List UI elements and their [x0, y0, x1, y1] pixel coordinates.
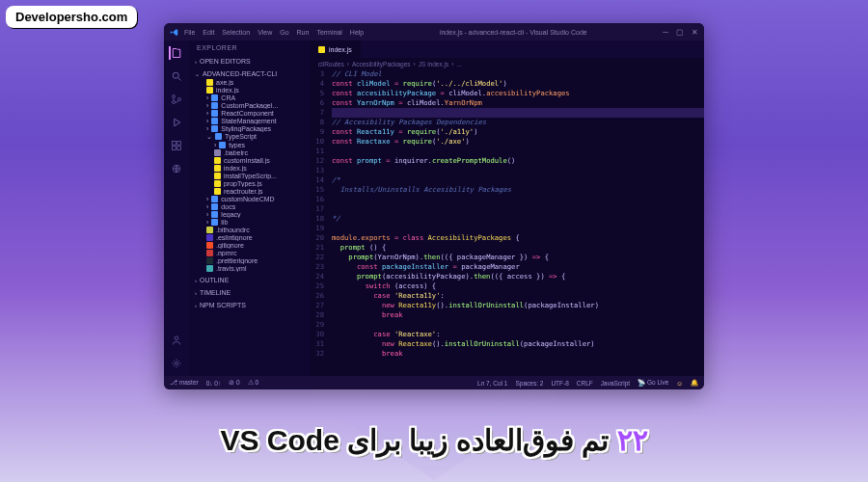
status-bar: ⎇ master 0↓ 0↑ ⊘ 0 ⚠ 0 Ln 7, Col 1 Space… [164, 376, 704, 389]
tree-item[interactable]: › customNodeCMD [197, 195, 307, 202]
tree-item[interactable]: › StylingPackages [197, 124, 307, 132]
notifications-icon[interactable]: 🔔 [691, 379, 698, 387]
tree-item[interactable]: index.js [197, 86, 307, 94]
editor-area: index.js cliRoutes›AccesibilityPackages›… [311, 40, 704, 376]
breadcrumb-segment[interactable]: JS index.js [419, 61, 448, 67]
menu-view[interactable]: View [258, 29, 272, 36]
extensions-icon[interactable] [170, 139, 183, 152]
tree-item[interactable]: index.js [197, 164, 307, 172]
go-live[interactable]: 📡 Go Live [637, 379, 668, 387]
git-sync[interactable]: 0↓ 0↑ [206, 380, 222, 387]
tree-item[interactable]: › legacy [197, 210, 307, 218]
tree-item[interactable]: › CRA [197, 94, 307, 101]
gear-icon[interactable] [170, 357, 183, 370]
svg-point-0 [173, 72, 178, 78]
menu-selection[interactable]: Selection [222, 29, 250, 36]
tree-item[interactable]: .bithoundrc [197, 226, 307, 233]
code-editor[interactable]: 3456789101112131415161718192021222324252… [311, 69, 704, 376]
sidebar-panel-title: EXPLORER [189, 40, 311, 55]
breadcrumb-segment[interactable]: cliRoutes [318, 61, 344, 67]
code-lines[interactable]: // CLI Modelconst cliModel = require('..… [328, 69, 704, 376]
npm-scripts-section[interactable]: ›NPM SCRIPTS [193, 301, 307, 309]
tree-item[interactable]: .npmrc [197, 249, 307, 256]
svg-rect-7 [173, 147, 176, 150]
tree-item[interactable]: .babelrc [197, 148, 307, 156]
svg-rect-6 [177, 142, 181, 146]
menu-run[interactable]: Run [297, 29, 310, 36]
sidebar: EXPLORER ›OPEN EDITORS ⌄ADVANCED-REACT-C… [189, 40, 311, 376]
project-section[interactable]: ⌄ADVANCED-REACT-CLI [193, 69, 307, 78]
cursor-position[interactable]: Ln 7, Col 1 [477, 380, 507, 387]
close-button[interactable]: ✕ [692, 28, 698, 37]
menu-help[interactable]: Help [350, 29, 364, 36]
tree-item[interactable]: ⌄ TypeScript [197, 132, 307, 141]
svg-rect-5 [173, 142, 176, 146]
vscode-icon [170, 28, 178, 37]
svg-point-4 [178, 98, 181, 101]
debug-icon[interactable] [170, 116, 183, 129]
outline-section[interactable]: ›OUTLINE [193, 276, 307, 284]
eol[interactable]: CRLF [577, 380, 593, 387]
tree-item[interactable]: › docs [197, 202, 307, 210]
site-badge: Developersho.com [6, 6, 137, 28]
warnings-count[interactable]: ⚠ 0 [248, 379, 258, 387]
open-editors-section[interactable]: ›OPEN EDITORS [193, 57, 307, 66]
tree-item[interactable]: › types [197, 141, 307, 148]
indent-info[interactable]: Spaces: 2 [515, 380, 543, 387]
menu-terminal[interactable]: Terminal [316, 29, 341, 36]
git-branch[interactable]: ⎇ master [170, 379, 199, 387]
tree-item[interactable]: › StateManagement [197, 117, 307, 124]
maximize-button[interactable]: ▢ [676, 28, 684, 37]
svg-point-10 [175, 336, 178, 340]
menu-go[interactable]: Go [280, 29, 288, 36]
breadcrumbs[interactable]: cliRoutes›AccesibilityPackages›JS index.… [311, 58, 704, 69]
breadcrumb-segment[interactable]: AccesibilityPackages [352, 61, 411, 67]
svg-point-3 [173, 101, 176, 104]
headline-text: تم فوق‌العاده زیبا برای VS Code [220, 424, 616, 456]
menu-bar: FileEditSelectionViewGoRunTerminalHelp [184, 29, 364, 36]
menu-file[interactable]: File [184, 29, 195, 36]
tree-item[interactable]: reactrouter.js [197, 187, 307, 195]
svg-point-2 [173, 95, 176, 98]
search-icon[interactable] [170, 69, 183, 83]
window-controls: ─ ▢ ✕ [663, 28, 698, 37]
headline-number: ۲۲ [617, 424, 648, 456]
tree-item[interactable]: › ReactComponent [197, 109, 307, 117]
breadcrumb-segment[interactable]: ... [456, 61, 461, 67]
tree-item[interactable]: propTypes.js [197, 179, 307, 187]
editor-tabs: index.js [311, 40, 704, 58]
account-icon[interactable] [170, 334, 183, 347]
svg-point-11 [176, 362, 178, 365]
titlebar: FileEditSelectionViewGoRunTerminalHelp i… [164, 23, 704, 40]
tree-item[interactable]: › lib [197, 218, 307, 226]
source-control-icon[interactable] [170, 93, 183, 106]
vscode-window: FileEditSelectionViewGoRunTerminalHelp i… [164, 23, 704, 389]
svg-line-1 [178, 78, 181, 81]
editor-tab[interactable]: index.js [311, 40, 361, 58]
tree-item[interactable]: axe.js [197, 78, 307, 86]
explorer-icon[interactable] [169, 46, 182, 60]
menu-edit[interactable]: Edit [203, 29, 214, 36]
headline: ۲۲ تم فوق‌العاده زیبا برای VS Code [0, 423, 868, 457]
tree-item[interactable]: › CustomPackageI... [197, 101, 307, 109]
tree-item[interactable]: .prettierignore [197, 256, 307, 264]
errors-count[interactable]: ⊘ 0 [229, 379, 239, 387]
tree-item[interactable]: .travis.yml [197, 264, 307, 272]
activity-bar [164, 40, 189, 376]
language-mode[interactable]: JavaScript [601, 380, 630, 387]
line-gutter: 3456789101112131415161718192021222324252… [311, 69, 328, 376]
encoding[interactable]: UTF-8 [551, 380, 568, 387]
feedback-icon[interactable]: ☺ [676, 380, 683, 387]
minimize-button[interactable]: ─ [663, 28, 668, 37]
window-title: index.js - advanced-react-cli - Visual S… [364, 29, 663, 36]
tree-item[interactable]: .gitignore [197, 241, 307, 249]
tree-item[interactable]: installTypeScrip... [197, 172, 307, 179]
tree-item[interactable]: .eslintignore [197, 233, 307, 241]
timeline-section[interactable]: ›TIMELINE [193, 288, 307, 297]
remote-icon[interactable] [170, 162, 183, 175]
tree-item[interactable]: customInstall.js [197, 156, 307, 164]
svg-rect-8 [177, 147, 181, 150]
